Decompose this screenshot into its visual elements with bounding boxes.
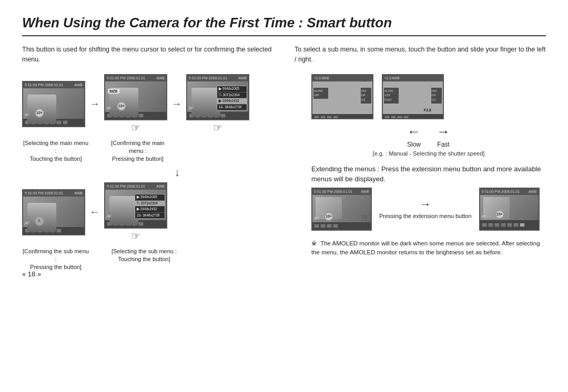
cam-body-before: AF 10+ ☞	[312, 195, 371, 222]
cam-body-4: AF 7-	[23, 197, 84, 227]
cam-body-after: AF 10+	[480, 195, 539, 220]
cam-circle-btn-2[interactable]: 10+	[117, 101, 126, 111]
cam-body-2: SIZE AF 10+	[105, 81, 166, 112]
cam-circle-btn-after[interactable]: 10+	[495, 210, 504, 219]
cam-body-1: AF 10+	[23, 88, 84, 119]
camera-screen-4: 5 01:00 PM 2008.01.01AWB AF 7-	[22, 189, 85, 235]
fast-label: Fast	[437, 141, 449, 148]
exp-top-2: +1.3 AWB	[383, 75, 443, 81]
arrow-right-press: →	[420, 198, 431, 211]
caption-confirm-main: [Confirming the main menu :Pressing the …	[104, 139, 171, 163]
step-row-2: 5 01:00 PM 2008.01.01AWB AF 7-	[22, 182, 301, 242]
exposure-row: +2.0 AWB ISODRG3 SLOW1/8f	[311, 74, 546, 119]
arrow-right-2: →	[171, 98, 182, 110]
fast-arrow-icon: →	[437, 123, 450, 140]
size-label: SIZE	[108, 89, 119, 94]
right-section: +2.0 AWB ISODRG3 SLOW1/8f	[301, 74, 546, 274]
note-text: The AMOLED monitor will be dark when som…	[311, 240, 540, 255]
slow-arrow-icon: ←	[407, 123, 421, 140]
menu-overlay-1: ▶ 3648x2005 7- 3072x2304 ▶ 2648x2432 10-…	[217, 86, 247, 111]
exp-bottom-2	[383, 114, 443, 119]
cam-top-bar-2: 5 01:00 PM 2008.01.01AWB	[105, 75, 166, 81]
intro-row: This button is used for shifting the men…	[22, 45, 546, 65]
exp-side-panel-1: ISODRG3	[361, 88, 371, 104]
hand-icon-1: ☞	[131, 121, 140, 134]
camera-screen-1: 5 01:00 PM 2008.01.01AWB AF 10+	[22, 81, 85, 127]
exp-top-1: +2.0 AWB	[312, 75, 372, 81]
exp-screen-fast: +1.3 AWB ISODRG3 SLOW1/30FAST F2.8	[382, 74, 444, 119]
camera-screen-5: 5 01:00 PM 2008.01.01AWB ▶ 3648x2005 7- …	[104, 182, 167, 229]
intro-left: This button is used for shifting the men…	[22, 45, 273, 65]
exp-bottom-1	[312, 114, 372, 119]
eg-caption: [e.g. : Manual - Selecting the shutter s…	[311, 150, 546, 157]
hand-icon-3: ☞	[131, 230, 140, 242]
cam-top-bar-4: 5 01:00 PM 2008.01.01AWB	[23, 190, 84, 197]
cursor-icon-before: ☞	[362, 213, 369, 221]
cam-bottom-after	[480, 220, 539, 230]
cam-af-after: AF	[482, 214, 486, 218]
cam-af-2: AF	[107, 106, 111, 110]
step-row-1: 5 01:00 PM 2008.01.01AWB AF 10+	[22, 74, 301, 134]
arrow-right-1: →	[89, 98, 100, 110]
exp-left-panel-1: SLOW1/8f	[313, 88, 328, 99]
cam-body-5: ▶ 3648x2005 7- 3072x2304 ▶ 2648x2432 10-…	[105, 190, 166, 220]
cam-af-1: AF	[25, 113, 29, 117]
cam-af-5: AF	[107, 214, 111, 218]
cam-top-bar-before: 5 01:00 PM 2008.01.01AWB	[312, 189, 371, 195]
cam-top-bar-1: 5 01:00 PM 2008.01.01AWB	[23, 82, 84, 88]
menu-overlay-2: ▶ 3648x2005 7- 3072x2304 ▶ 2648x2432 10-…	[135, 194, 165, 219]
cam-before-press: 5 01:00 PM 2008.01.01AWB AF 10+ ☞	[311, 188, 372, 231]
cam-circle-btn-1[interactable]: 10+	[35, 108, 44, 118]
caption-select-sub: [Selecting the sub menu :Touching the bu…	[110, 247, 178, 272]
cam-top-bar-3: 5 01:00 PM 2008.01.01AWB	[187, 75, 248, 81]
press-row: 5 01:00 PM 2008.01.01AWB AF 10+ ☞	[311, 188, 546, 231]
left-section: 5 01:00 PM 2008.01.01AWB AF 10+	[22, 74, 301, 274]
cam-af-before: AF	[314, 216, 319, 220]
camera-screen-2: 5 01:00 PM 2008.01.01AWB SIZE AF 10+	[104, 74, 167, 120]
caption-confirm-sub: [Confirming the sub menu :Pressing the b…	[22, 247, 89, 272]
exp-screen-slow: +2.0 AWB ISODRG3 SLOW1/8f	[311, 74, 373, 119]
cam-af-4: AF	[25, 221, 29, 225]
exp-side-panel-2: ISODRG3	[431, 88, 442, 104]
intro-right: To select a sub menu, in some menus, tou…	[295, 45, 546, 65]
cam-bottom-before	[312, 222, 371, 230]
arrow-left-1: ←	[89, 206, 100, 218]
cam-af-3: AF	[189, 106, 194, 110]
arrow-down-1: ↓	[54, 166, 301, 179]
cam-body-3: ▶ 3648x2005 7- 3072x2304 ▶ 2648x2432 10-…	[187, 81, 248, 112]
caption-select-main: [Selecting the main menu :Touching the b…	[22, 139, 89, 163]
note-symbol: ※	[311, 240, 317, 246]
page-number: « 18 »	[22, 270, 41, 278]
page-title: When Using the Camera for the First Time…	[22, 15, 546, 36]
cam-circle-btn-before[interactable]: 10+	[324, 212, 333, 221]
cam-top-bar-5: 5 01:00 PM 2008.01.01AWB	[105, 183, 166, 190]
exp-left-panel-2: SLOW1/30FAST	[384, 88, 399, 104]
hand-icon-2: ☞	[213, 121, 222, 134]
cam-top-bar-after: 5 01:00 PM 2008.01.01AWB	[480, 189, 539, 195]
main-content: 5 01:00 PM 2008.01.01AWB AF 10+	[22, 74, 546, 274]
extending-label: Extending the menus : Press the extensio…	[311, 164, 546, 184]
cam-after-press: 5 01:00 PM 2008.01.01AWB AF 10+	[479, 188, 540, 231]
slow-label: Slow	[407, 141, 421, 148]
cam-circle-btn-4[interactable]: 7-	[35, 216, 44, 226]
slow-fast-row: ← Slow → Fast	[311, 123, 546, 148]
camera-screen-3: 5 01:00 PM 2008.01.01AWB ▶ 3648x2005 7- …	[186, 74, 249, 120]
note-section: ※ The AMOLED monitor will be dark when s…	[311, 239, 546, 257]
pressing-caption: Pressing the extension menu button	[379, 212, 472, 220]
